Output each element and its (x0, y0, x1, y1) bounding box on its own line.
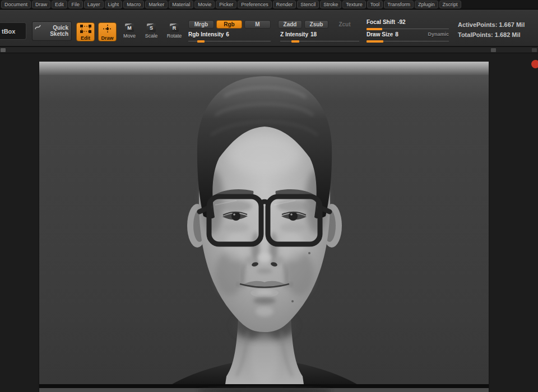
menu-preferences[interactable]: Preferences (238, 1, 272, 8)
menu-tool[interactable]: Tool (367, 1, 383, 8)
slider-handle[interactable] (367, 28, 382, 30)
menu-file[interactable]: File (68, 1, 84, 8)
strip-handle-right[interactable] (532, 48, 537, 52)
menu-light[interactable]: Light (105, 1, 123, 8)
slider-handle[interactable] (367, 40, 383, 43)
strip-handle-left[interactable] (1, 48, 6, 52)
canvas-area[interactable] (0, 53, 538, 392)
menu-texture[interactable]: Texture (342, 1, 366, 8)
z-intensity-label: Z Intensity (280, 31, 308, 38)
active-points-readout: ActivePoints: 1.667 Mil (458, 21, 525, 28)
rgb-intensity-value: 6 (226, 31, 229, 38)
move-label: Move (119, 33, 140, 39)
rgb-button[interactable]: Rgb (216, 20, 242, 29)
rotate-button[interactable]: R Rotate (163, 24, 185, 39)
zadd-button[interactable]: Zadd (278, 20, 302, 29)
divider-strip (0, 46, 538, 53)
edit-button[interactable]: Edit (76, 22, 95, 41)
draw-size-slider[interactable]: Draw Size 8 Dynamic (367, 31, 449, 41)
rgb-intensity-slider[interactable]: Rgb Intensity 6 (188, 31, 271, 41)
focal-shift-label: Focal Shift (367, 19, 395, 25)
notification-dot[interactable] (531, 60, 538, 68)
scale-label: Scale (141, 33, 161, 39)
menu-layer[interactable]: Layer (84, 1, 104, 8)
slider-handle[interactable] (197, 40, 205, 43)
document-top-fade (39, 62, 489, 75)
lightbox-button[interactable]: tBox (0, 22, 26, 40)
menu-transform[interactable]: Transform (384, 1, 414, 8)
menu-zplugin[interactable]: Zplugin (415, 1, 438, 8)
z-intensity-value: 18 (310, 31, 317, 38)
dynamic-toggle[interactable]: Dynamic (428, 31, 449, 38)
top-shelf: tBox Quick Sketch Edit Dra (0, 10, 538, 46)
menu-document[interactable]: Document (1, 1, 31, 8)
focal-shift-value: -92 (397, 19, 405, 25)
lightbox-label: tBox (2, 28, 15, 35)
menu-picker[interactable]: Picker (216, 1, 236, 8)
menu-stencil[interactable]: Stencil (297, 1, 319, 8)
mrgb-button[interactable]: Mrgb (188, 20, 214, 29)
edit-label: Edit (81, 35, 90, 41)
draw-crosshair-icon (103, 25, 113, 35)
rotate-label: Rotate (163, 33, 185, 39)
strip-handle-mid[interactable] (491, 48, 496, 52)
focal-shift-slider[interactable]: Focal Shift -92 (367, 19, 449, 29)
draw-size-label: Draw Size (367, 31, 393, 38)
draw-button[interactable]: Draw (98, 22, 117, 41)
menu-zscript[interactable]: Zscript (439, 1, 461, 8)
document-bottom-line (39, 384, 489, 388)
rgb-intensity-label: Rgb Intensity (188, 31, 224, 38)
quick-sketch-label-2: Sketch (33, 31, 68, 37)
scale-cube-icon: S (147, 24, 156, 32)
quick-sketch-button[interactable]: Quick Sketch (32, 21, 72, 41)
menu-marker[interactable]: Marker (145, 1, 168, 8)
menu-bar: Document Draw Edit File Layer Light Macr… (0, 0, 538, 10)
menu-stroke[interactable]: Stroke (320, 1, 341, 8)
menu-material[interactable]: Material (169, 1, 193, 8)
menu-macro[interactable]: Macro (123, 1, 144, 8)
transpose-rect-icon (80, 25, 91, 35)
menu-movie[interactable]: Movie (194, 1, 215, 8)
draw-size-value: 8 (395, 31, 398, 38)
menu-edit[interactable]: Edit (52, 1, 67, 8)
sketch-icon (35, 24, 41, 31)
sculpt-render (39, 62, 489, 392)
rotate-cube-icon: R (170, 24, 179, 32)
total-points-readout: TotalPoints: 1.682 Mil (458, 31, 521, 38)
move-button[interactable]: M Move (119, 24, 140, 39)
move-cube-icon: M (125, 24, 134, 32)
menu-draw[interactable]: Draw (32, 1, 50, 8)
zsub-button[interactable]: Zsub (304, 20, 328, 29)
viewport-document[interactable] (39, 62, 489, 392)
zcut-button[interactable]: Zcut (333, 20, 356, 29)
slider-handle[interactable] (291, 40, 299, 43)
m-button[interactable]: M (244, 20, 271, 29)
z-intensity-slider[interactable]: Z Intensity 18 (280, 31, 359, 41)
menu-render[interactable]: Render (273, 1, 296, 8)
scale-button[interactable]: S Scale (141, 24, 161, 39)
draw-label: Draw (101, 35, 113, 41)
